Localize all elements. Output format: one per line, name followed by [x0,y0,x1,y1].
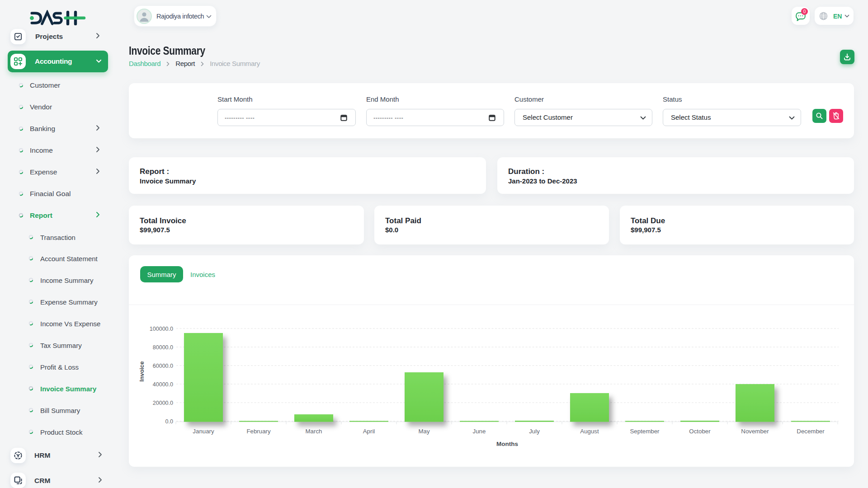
svg-text:March: March [306,428,322,435]
svg-text:January: January [193,428,214,435]
svg-text:0.0: 0.0 [165,418,173,425]
svg-text:Invoice: Invoice [138,361,145,382]
svg-text:July: July [529,428,540,435]
svg-text:100000.0: 100000.0 [150,326,173,332]
svg-text:60000.0: 60000.0 [153,363,173,369]
svg-text:September: September [630,428,660,435]
svg-text:December: December [797,428,825,435]
svg-text:80000.0: 80000.0 [153,344,173,351]
svg-text:May: May [418,428,429,435]
svg-text:November: November [741,428,769,435]
svg-text:August: August [580,428,599,435]
svg-text:40000.0: 40000.0 [153,381,173,388]
svg-text:February: February [246,428,271,435]
svg-text:June: June [473,428,486,435]
svg-text:20000.0: 20000.0 [153,400,173,406]
svg-text:April: April [363,428,375,435]
svg-text:October: October [689,428,711,435]
svg-text:Months: Months [496,441,518,447]
